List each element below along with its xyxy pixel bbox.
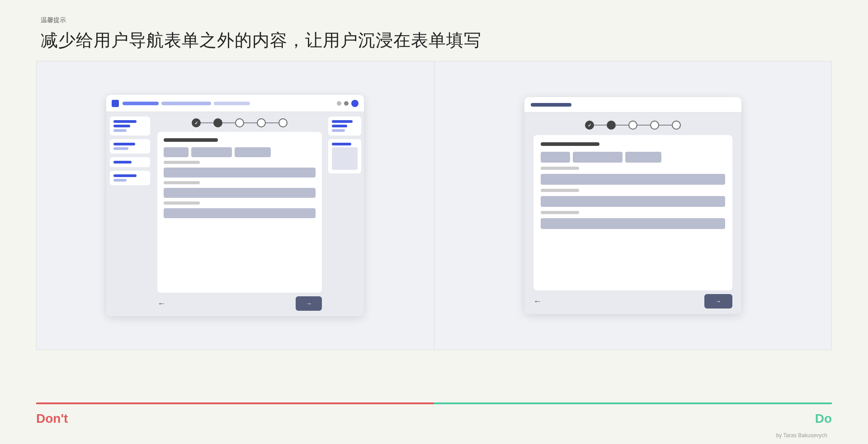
right-browser-content: ✓: [524, 112, 741, 314]
form-field-rf2[interactable]: [541, 196, 725, 207]
center-content: ✓: [154, 112, 326, 316]
form-field-full-1[interactable]: [164, 168, 316, 178]
form-desc-3: [164, 201, 200, 205]
rsb-card-2: [328, 139, 361, 173]
form-title-left: [164, 138, 218, 142]
do-bar: [434, 402, 832, 404]
sb-bar-3: [113, 129, 127, 132]
step-line-4: [266, 122, 278, 123]
url-segment-2: [161, 102, 211, 105]
browser-controls: [337, 100, 359, 107]
rsb-card-1: [328, 117, 361, 136]
next-button-right[interactable]: →: [704, 294, 732, 308]
form-field-rf3[interactable]: [541, 218, 725, 229]
rsb2-bar: [332, 143, 351, 145]
left-sidebar: [106, 112, 154, 316]
step-1-right: ✓: [585, 121, 594, 130]
form-field-r3[interactable]: [625, 152, 661, 163]
do-label: Do: [815, 411, 832, 426]
url-segment-3: [214, 102, 250, 105]
label-section: Don't Do: [36, 411, 832, 426]
form-field-3[interactable]: [235, 147, 271, 157]
rsb-bar-1: [332, 120, 353, 123]
step-line-3: [244, 122, 257, 123]
step-line-r3: [637, 125, 650, 126]
control-dot-3: [351, 100, 359, 107]
right-url-bar: [531, 103, 571, 107]
sb2-bar-2: [113, 147, 128, 150]
next-arrow-icon-right: →: [715, 298, 722, 305]
step-indicator-left: ✓: [157, 116, 322, 132]
browser-url-bar: [123, 102, 332, 105]
sb3-bar-1: [113, 161, 132, 164]
left-browser-toolbar: [106, 95, 364, 112]
form-nav-left: ← →: [157, 293, 322, 313]
step-4-left: [257, 118, 266, 127]
step-2-left: [213, 118, 222, 127]
author-credit: by Taras Bakusevych: [776, 432, 827, 439]
right-browser-mockup: ✓: [524, 97, 741, 314]
rsb-bar-3: [332, 129, 345, 132]
step-line-2: [222, 122, 235, 123]
control-dot-1: [337, 101, 341, 106]
form-field-r2[interactable]: [573, 152, 623, 163]
step-3-right: [628, 121, 637, 130]
dont-bar: [36, 402, 434, 404]
form-field-2[interactable]: [191, 147, 232, 157]
rsb-bar-2: [332, 125, 347, 127]
form-card-left: [157, 132, 322, 293]
page-wrapper: 温馨提示 减少给用户导航表单之外的内容，让用户沉浸在表单填写: [0, 0, 868, 444]
form-row-1-right: [541, 152, 725, 163]
step-1-left: ✓: [192, 118, 201, 127]
form-card-right: [533, 135, 732, 290]
right-browser-toolbar: [524, 97, 741, 112]
step-indicator-right: ✓: [533, 117, 732, 135]
step-5-right: [672, 121, 681, 130]
browser-logo-icon: [112, 100, 119, 107]
sidebar-card-2: [110, 139, 150, 154]
sb-bar-1: [113, 120, 137, 123]
sidebar-card-1: [110, 117, 150, 136]
form-desc-2: [164, 181, 200, 184]
form-field-1[interactable]: [164, 147, 189, 157]
form-desc-1: [164, 161, 200, 164]
next-button-left[interactable]: →: [296, 296, 322, 311]
step-4-right: [650, 121, 659, 130]
sb4-bar-1: [113, 174, 137, 177]
form-desc-r3: [541, 211, 579, 214]
rsb2-block: [332, 147, 358, 170]
next-arrow-icon: →: [306, 300, 312, 307]
step-line-r1: [594, 125, 607, 126]
step-line-r2: [616, 125, 628, 126]
main-title: 减少给用户导航表单之外的内容，让用户沉浸在表单填写: [41, 29, 827, 52]
sidebar-card-4: [110, 171, 150, 185]
back-arrow-left[interactable]: ←: [157, 299, 165, 308]
control-dot-2: [344, 101, 349, 106]
sb4-bar-2: [113, 179, 127, 182]
left-browser-mockup: ✓: [106, 95, 364, 316]
url-segment-1: [123, 102, 159, 105]
dont-label: Don't: [36, 411, 68, 426]
tip-label: 温馨提示: [41, 16, 827, 24]
form-nav-right: ← →: [533, 290, 732, 309]
left-browser-content: ✓: [106, 112, 364, 316]
form-field-full-3[interactable]: [164, 208, 316, 218]
step-2-right: [607, 121, 616, 130]
sb2-bar-1: [113, 143, 135, 145]
form-row-1-left: [164, 147, 316, 157]
form-field-r1[interactable]: [541, 152, 570, 163]
step-line-r4: [659, 125, 672, 126]
sidebar-card-3: [110, 157, 150, 167]
check-icon-right: ✓: [588, 123, 591, 128]
check-icon: ✓: [194, 121, 198, 126]
back-arrow-right[interactable]: ←: [533, 297, 542, 306]
form-field-full-2[interactable]: [164, 188, 316, 198]
form-desc-r2: [541, 189, 579, 192]
step-line-1: [201, 122, 213, 123]
right-sidebar: [326, 112, 364, 316]
left-panel: ✓: [37, 61, 434, 350]
bottom-bar: [36, 402, 832, 404]
sb-bar-2: [113, 125, 130, 127]
header-section: 温馨提示 减少给用户导航表单之外的内容，让用户沉浸在表单填写: [0, 0, 868, 61]
form-field-rf1[interactable]: [541, 174, 725, 185]
